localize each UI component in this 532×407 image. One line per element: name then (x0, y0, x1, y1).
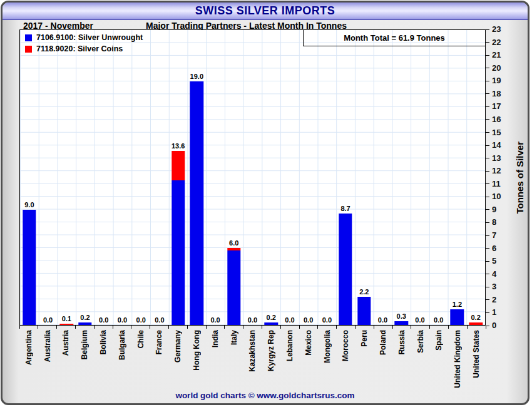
y-tick-mark (486, 158, 489, 158)
bar-value-label: 0.0 (285, 316, 294, 324)
month-total-box: Month Total = 61.9 Tonnes (303, 30, 485, 46)
bar-stack (246, 30, 259, 325)
x-label-cell: Belgium (75, 326, 94, 391)
bar-stack (432, 30, 445, 325)
x-tick-label: Germany (173, 330, 182, 363)
bar-value-label: 0.0 (118, 316, 127, 324)
bar-stack (451, 30, 464, 325)
y-tick-label: 15 (492, 128, 501, 137)
x-tick-mark (75, 326, 76, 329)
x-label-cell: Mongolia (318, 326, 337, 391)
y-tick-label: 20 (492, 63, 501, 73)
x-tick-mark (429, 326, 430, 329)
y-tick-label: 2 (492, 295, 496, 304)
x-tick-mark (131, 326, 131, 329)
plot-area: 7106.9100: Silver Unwrought7118.9020: Si… (19, 29, 486, 326)
x-tick-mark (243, 326, 243, 329)
bar-column: 0.0 (429, 30, 448, 325)
y-tick-label: 0 (492, 321, 496, 330)
title-bar: SWISS SILVER IMPORTS (3, 3, 528, 20)
bar-value-label: 8.7 (340, 205, 350, 212)
bar-stack (320, 30, 334, 325)
x-label-cell: Spain (430, 326, 449, 391)
bar-value-label: 6.0 (229, 239, 238, 247)
bar-value-label: 0.0 (304, 316, 313, 324)
y-tick-label: 17 (492, 101, 501, 111)
y-tick-mark (486, 42, 489, 43)
x-tick-mark (56, 326, 57, 329)
x-label-cell: Kazakhstan (243, 326, 262, 391)
bar-column: 13.6 (169, 30, 188, 325)
bar-segment (78, 322, 91, 325)
x-tick-label: Bulgaria (118, 330, 126, 360)
bar-segment (171, 151, 185, 180)
x-tick-label: Argentina (24, 330, 33, 365)
y-tick-mark (486, 81, 489, 81)
bar-stack (78, 30, 91, 325)
y-tick-mark (486, 29, 489, 30)
x-tick-mark (262, 326, 262, 329)
x-tick-mark (168, 326, 169, 329)
bar-column: 19.0 (187, 30, 206, 325)
y-tick-label: 18 (492, 89, 501, 98)
x-tick-mark (150, 326, 150, 329)
bar-value-label: 0.0 (136, 316, 146, 324)
bar-column: 0.0 (95, 30, 113, 325)
x-label-cell: India (206, 326, 225, 391)
y-axis-title-box: Tonnes of Silver (513, 29, 526, 326)
bar-stack (153, 30, 166, 325)
legend-swatch-icon (25, 46, 32, 53)
bar-column: 0.2 (262, 30, 280, 325)
y-tick-mark (486, 222, 489, 223)
x-tick-label: Lebanon (285, 330, 294, 361)
y-tick-label: 14 (492, 140, 501, 150)
x-label-cell: Poland (374, 326, 392, 391)
x-tick-label: Serbia (416, 330, 425, 353)
x-tick-label: Poland (379, 330, 387, 355)
bar-segment (171, 180, 185, 325)
bar-column: 0.0 (280, 30, 299, 325)
bar-stack (413, 30, 426, 325)
y-tick-mark (486, 171, 489, 172)
x-label-cell: United States (467, 326, 486, 391)
y-tick-label: 19 (492, 76, 501, 85)
y-tick-mark (486, 235, 489, 236)
x-tick-mark (374, 326, 374, 329)
bars-container: 9.00.00.10.20.00.00.00.013.619.00.06.00.… (20, 30, 485, 325)
bar-segment (395, 321, 408, 325)
x-label-cell: Morocco (337, 326, 356, 391)
bar-value-label: 0.0 (378, 316, 387, 324)
bar-stack (23, 30, 36, 325)
bar-stack (116, 30, 129, 325)
x-tick-label: Spain (434, 330, 443, 351)
bar-column: 0.0 (113, 30, 132, 325)
y-tick-label: 6 (492, 244, 496, 253)
bar-segment (60, 324, 73, 325)
bar-stack (41, 30, 54, 325)
y-axis-title: Tonnes of Silver (514, 142, 525, 214)
x-tick-label: United States (472, 330, 481, 378)
x-tick-label: Russia (397, 330, 406, 354)
x-tick-label: Belgium (80, 330, 89, 359)
bar-value-label: 13.6 (171, 142, 185, 150)
bar-column: 0.3 (392, 30, 411, 325)
y-tick-mark (486, 248, 489, 249)
bar-segment (265, 322, 278, 325)
y-tick-label: 12 (492, 166, 501, 175)
x-axis-labels: ArgentinaAustraliaAustriaBelgiumBoliviaB… (19, 326, 486, 391)
bar-column: 0.0 (374, 30, 392, 325)
bar-value-label: 1.2 (453, 301, 462, 308)
x-tick-label: Chile (136, 330, 145, 348)
y-tick-label: 4 (492, 269, 496, 279)
page-title: SWISS SILVER IMPORTS (195, 4, 335, 18)
y-tick-mark (486, 287, 489, 287)
x-tick-mark (467, 326, 468, 329)
bar-column: 0.0 (243, 30, 262, 325)
x-tick-mark (411, 326, 411, 329)
bar-value-label: 0.2 (471, 314, 480, 321)
bar-column: 0.0 (411, 30, 429, 325)
bar-stack (469, 30, 482, 325)
y-tick-mark (486, 68, 489, 68)
y-tick-label: 9 (492, 205, 496, 214)
y-tick-mark (486, 119, 489, 120)
